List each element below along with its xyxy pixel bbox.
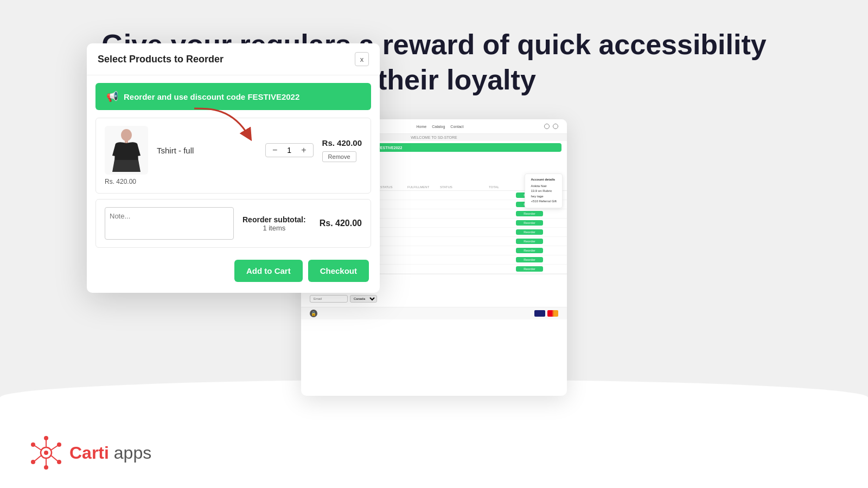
reorder-button[interactable]: Reorder	[516, 248, 543, 253]
quantity-control: − 1 +	[265, 143, 314, 157]
nav-contact: Contact	[450, 125, 463, 129]
store-bottom-bar: 🔒	[301, 307, 567, 319]
country-select[interactable]: Canada	[350, 295, 377, 303]
email-input-row: Canada	[310, 295, 558, 303]
modal-banner-text: Reorder and use discount code FESTIVE202…	[124, 92, 299, 101]
note-input[interactable]	[105, 207, 234, 240]
subtotal-items: 1 items	[242, 224, 306, 232]
reorder-button[interactable]: Reorder	[516, 257, 543, 262]
logo-area: Carti apps	[27, 434, 151, 472]
mastercard-icon	[547, 310, 558, 317]
reorder-button[interactable]: Reorder	[516, 211, 543, 216]
search-icon[interactable]	[544, 124, 550, 129]
checkout-button[interactable]: Checkout	[308, 260, 369, 282]
subtotal-labels: Reorder subtotal: 1 items	[242, 215, 306, 232]
store-nav: Home Catalog Contact	[417, 125, 464, 129]
account-email: 13.9 on Rubric	[531, 189, 557, 194]
modal-close-button[interactable]: x	[355, 52, 369, 66]
account-details-popup: Account details Ankita Nair 13.9 on Rubr…	[525, 174, 563, 208]
reorder-modal: Select Products to Reorder x 📢 Reorder a…	[87, 43, 380, 293]
modal-footer: Add to Cart Checkout	[87, 253, 380, 293]
logo-carti: Carti apps	[69, 443, 151, 463]
product-image	[105, 126, 148, 175]
modal-header: Select Products to Reorder x	[87, 43, 380, 75]
store-icons	[544, 124, 558, 129]
modal-megaphone-icon: 📢	[106, 91, 118, 102]
svg-line-14	[51, 455, 58, 461]
product-price-section: Rs. 420.00 Remove	[322, 138, 362, 162]
quantity-increase-button[interactable]: +	[299, 146, 308, 155]
account-tag: hey tage	[531, 194, 557, 200]
account-name: Ankita Nair	[531, 184, 557, 189]
svg-point-13	[31, 460, 35, 464]
svg-line-10	[51, 446, 58, 450]
reorder-button[interactable]: Reorder	[516, 229, 543, 235]
nav-catalog: Catalog	[432, 125, 445, 129]
email-input[interactable]	[310, 295, 348, 303]
svg-point-0	[121, 129, 132, 141]
product-svg	[110, 129, 143, 172]
svg-point-11	[57, 442, 61, 447]
visa-icon	[534, 310, 545, 317]
svg-point-15	[57, 460, 61, 464]
payment-icons	[534, 310, 558, 317]
carti-logo-icon	[27, 434, 65, 472]
svg-line-8	[35, 446, 41, 450]
reorder-button[interactable]: Reorder	[516, 266, 543, 272]
cart-icon[interactable]	[553, 124, 558, 129]
subtotal-section: Reorder subtotal: 1 items Rs. 420.00	[242, 215, 362, 232]
arrow-decoration	[189, 103, 254, 146]
subtotal-row: Reorder subtotal: 1 items Rs. 420.00	[242, 215, 362, 232]
svg-point-3	[44, 451, 48, 455]
reorder-button[interactable]: Reorder	[516, 239, 543, 244]
account-note: +510 Referral Gift	[531, 199, 557, 204]
svg-rect-1	[125, 140, 128, 143]
svg-point-9	[31, 442, 35, 447]
reorder-button[interactable]: Reorder	[516, 220, 543, 226]
account-details-title: Account details	[531, 177, 557, 183]
nav-home: Home	[417, 125, 427, 129]
remove-product-button[interactable]: Remove	[322, 151, 356, 162]
product-bottom-price: Rs. 420.00	[105, 178, 362, 185]
svg-point-7	[44, 465, 48, 470]
add-to-cart-button[interactable]: Add to Cart	[234, 260, 303, 282]
quantity-value: 1	[284, 146, 295, 155]
product-price: Rs. 420.00	[322, 138, 362, 147]
modal-title: Select Products to Reorder	[98, 54, 224, 65]
subtotal-amount: Rs. 420.00	[320, 219, 362, 228]
quantity-decrease-button[interactable]: −	[270, 146, 279, 155]
logo-text-area: Carti apps	[69, 443, 151, 463]
subtotal-label: Reorder subtotal:	[242, 215, 306, 224]
secure-icon: 🔒	[310, 310, 317, 317]
note-subtotal-section: Reorder subtotal: 1 items Rs. 420.00	[95, 199, 371, 248]
svg-line-12	[35, 455, 41, 461]
svg-point-5	[44, 436, 48, 440]
product-name: Tshirt - full	[157, 146, 257, 155]
